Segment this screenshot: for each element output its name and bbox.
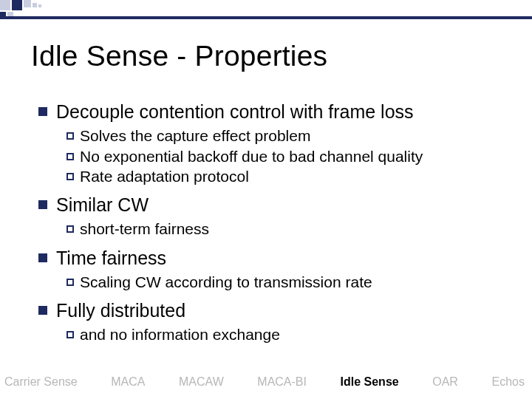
svg-rect-0 [0, 0, 10, 10]
sub-bullet-icon [66, 132, 74, 140]
sub-bullet-icon [66, 153, 74, 160]
svg-rect-1 [12, 0, 22, 10]
bullet-2: Similar CW short-term fairness [38, 194, 510, 239]
sub-bullet-icon [66, 279, 74, 286]
bullet-text: Decouple contention control with frame l… [56, 100, 414, 123]
corner-decoration [0, 0, 103, 25]
svg-rect-5 [33, 3, 37, 7]
sub-bullet: short-term fairness [66, 219, 510, 239]
bullet-icon [38, 253, 47, 262]
footer-item-macaw: MACAW [179, 375, 224, 389]
sub-bullet-text: and no information exchange [80, 325, 280, 344]
sub-bullet-icon [66, 331, 74, 338]
svg-rect-2 [24, 0, 31, 7]
bullet-text: Fully distributed [56, 299, 185, 322]
sub-bullet: Rate adaptation protocol [66, 167, 510, 186]
sub-bullet-text: Scaling CW according to transmission rat… [80, 273, 372, 292]
sub-bullet-text: short-term fairness [80, 219, 209, 239]
bullet-icon [38, 306, 47, 315]
bullet-3: Time fairness Scaling CW according to tr… [38, 247, 510, 293]
footer-item-carrier-sense: Carrier Sense [4, 375, 78, 389]
slide: Idle Sense - Properties Decouple content… [0, 0, 532, 399]
sub-bullet-icon [66, 173, 74, 180]
footer-item-maca: MACA [111, 375, 145, 389]
bullet-text: Time fairness [56, 247, 166, 270]
footer-item-maca-bi: MACA-BI [257, 375, 307, 389]
bullet-1: Decouple contention control with frame l… [38, 100, 510, 186]
bullet-icon [38, 200, 47, 209]
footer-item-oar: OAR [432, 375, 458, 389]
slide-title: Idle Sense - Properties [31, 40, 327, 72]
sub-bullet-text: Solves the capture effect problem [80, 126, 310, 146]
bullet-text: Similar CW [56, 194, 149, 216]
sub-bullet-icon [66, 225, 74, 233]
sub-bullet-text: Rate adaptation protocol [80, 167, 249, 186]
sub-bullet: and no information exchange [66, 325, 510, 344]
footer-item-idle-sense: Idle Sense [341, 375, 399, 389]
sub-bullet: No exponential backoff due to bad channe… [66, 147, 510, 166]
sub-bullet: Scaling CW according to transmission rat… [66, 273, 510, 292]
bullet-4: Fully distributed and no information exc… [38, 299, 510, 345]
footer-nav: Carrier Sense MACA MACAW MACA-BI Idle Se… [0, 375, 532, 389]
sub-bullet: Solves the capture effect problem [66, 126, 510, 146]
sub-bullet-text: No exponential backoff due to bad channe… [80, 147, 423, 166]
slide-body: Decouple contention control with frame l… [38, 100, 510, 352]
bullet-icon [38, 107, 47, 116]
svg-rect-6 [38, 4, 41, 7]
footer-item-echos: Echos [491, 375, 524, 389]
